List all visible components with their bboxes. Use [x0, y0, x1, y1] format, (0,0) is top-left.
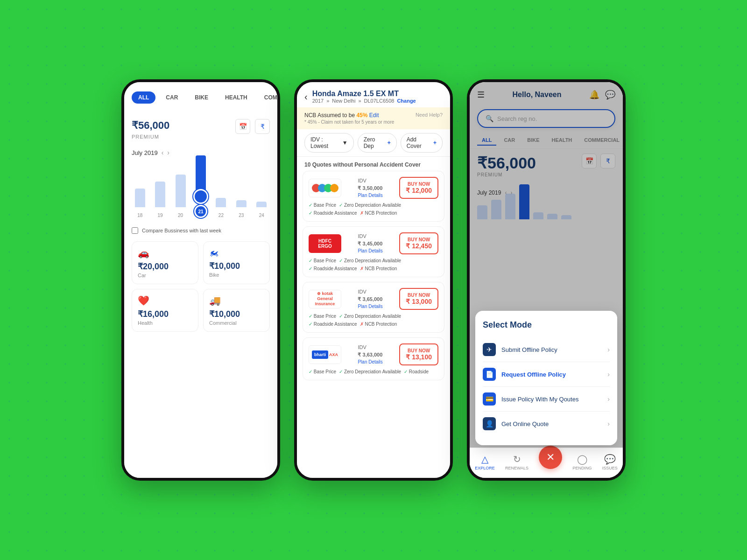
tab-bike[interactable]: BIKE	[188, 91, 215, 104]
stat-health[interactable]: ❤️ ₹16,000 Health	[132, 289, 198, 332]
phone-2: ‹ Honda Amaze 1.5 EX MT 2017 » New Delhi…	[294, 79, 453, 481]
issue-policy-left: 💳 Issue Policy With My Qoutes	[483, 392, 578, 406]
chart-section: July 2019 ‹ › 18 19 20	[124, 144, 277, 224]
bottom-nav: △ EXPLORE ↻ RENEWALS ✕ ◯ PENDING 💬 ISSUE…	[470, 448, 623, 478]
compare-label: Compare Bussiness with last week	[142, 228, 221, 233]
car-name: Honda Amaze 1.5 EX MT	[312, 90, 416, 98]
coco-logo	[309, 179, 341, 197]
close-fab-button[interactable]: ✕	[539, 446, 562, 469]
commercial-label: Commercial	[209, 320, 264, 326]
coco-idv-label: IDV	[358, 178, 382, 183]
nav-renewals[interactable]: ↻ RENEWALS	[505, 454, 529, 470]
bar-19-fill	[155, 182, 165, 207]
get-online-quote-item[interactable]: 👤 Get Online Quote ›	[483, 412, 610, 436]
bar-24-label: 24	[259, 213, 264, 218]
premium-icons: 📅 ₹	[235, 119, 270, 134]
bar-22-label: 22	[218, 213, 224, 218]
nav-explore[interactable]: △ EXPLORE	[475, 454, 495, 470]
tab-health[interactable]: HEALTH	[218, 91, 254, 104]
tab-commercial[interactable]: COMMERCIAL	[258, 91, 277, 104]
bar-24-fill	[256, 202, 267, 207]
stat-car[interactable]: 🚗 ₹20,000 Car	[132, 241, 198, 284]
idv-filter[interactable]: IDV : Lowest ▼	[304, 133, 354, 153]
quote-kotak: ⊕ kotakGeneral Insurance IDV ₹ 3,65,000 …	[303, 282, 444, 333]
tab-car[interactable]: CAR	[159, 91, 184, 104]
stat-bike[interactable]: 🏍 ₹10,000 Bike	[203, 241, 270, 284]
hdfc-plan-details[interactable]: Plan Details	[358, 248, 382, 253]
card-icon: 💳	[483, 392, 496, 406]
bharti-plan-details[interactable]: Plan Details	[358, 359, 382, 364]
tab-all[interactable]: ALL	[132, 91, 155, 104]
request-offline-left: 📄 Request Offline Policy	[483, 368, 566, 381]
hdfc-buy-button[interactable]: BUY NOW ₹ 12,450	[399, 232, 438, 254]
submit-offline-item[interactable]: ✈ Submit Offline Policy ›	[483, 337, 610, 362]
calendar-icon[interactable]: 📅	[235, 119, 250, 134]
select-mode-title: Select Mode	[483, 320, 610, 330]
need-help[interactable]: Need Help?	[416, 112, 443, 118]
kotak-logo: ⊕ kotakGeneral Insurance	[309, 290, 341, 308]
ncb-text: NCB Assumed to be	[304, 112, 355, 119]
quote-bharti: bharti AXA IDV ₹ 3,63,000 Plan Details B…	[303, 337, 444, 380]
premium-label: PREMIUM	[132, 134, 270, 140]
bar-19: 19	[152, 182, 168, 218]
stat-commercial[interactable]: 🚚 ₹10,000 Commercial	[203, 289, 270, 332]
bar-24: 24	[254, 202, 270, 218]
coco-idv: ₹ 3,50,000	[358, 185, 382, 191]
compare-checkbox[interactable]	[132, 227, 138, 234]
issue-policy-item[interactable]: 💳 Issue Policy With My Qoutes ›	[483, 387, 610, 412]
phone2-topbar: ‹ Honda Amaze 1.5 EX MT 2017 » New Delhi…	[297, 82, 450, 107]
select-mode-card: Select Mode ✈ Submit Offline Policy › 📄 …	[475, 311, 617, 445]
car-icon: 🚗	[138, 247, 192, 259]
ncb-edit[interactable]: Edit	[369, 112, 379, 119]
person-icon: 👤	[483, 417, 496, 430]
kotak-features: ✓ Base Price ✓ Zero Depreciation Availab…	[309, 314, 438, 327]
add-cover-filter[interactable]: Add Cover +	[401, 133, 443, 153]
quote-coco: IDV ₹ 3,50,000 Plan Details BUY NOW ₹ 12…	[303, 171, 444, 222]
hdfc-logo: HDFCERGO	[309, 234, 341, 253]
chart-next[interactable]: ›	[167, 149, 169, 156]
chevron-icon-3: ›	[607, 395, 610, 403]
filter-row: IDV : Lowest ▼ Zero Dep + Add Cover +	[297, 129, 450, 157]
issue-policy-label: Issue Policy With My Qoutes	[501, 396, 578, 403]
phone-3: ☰ Hello, Naveen 🔔 💬 🔍 Search reg no. ALL…	[467, 79, 626, 481]
hdfc-idv: ₹ 3,45,000	[358, 241, 382, 246]
request-offline-item[interactable]: 📄 Request Offline Policy ›	[483, 362, 610, 387]
bharti-idv-label: IDV	[358, 344, 382, 350]
chevron-icon-2: ›	[607, 371, 610, 378]
coco-plan-details[interactable]: Plan Details	[358, 193, 382, 198]
chart-prev[interactable]: ‹	[162, 149, 164, 156]
nav-pending[interactable]: ◯ PENDING	[573, 454, 592, 470]
bar-21-circle: 21	[194, 205, 207, 218]
renewals-label: RENEWALS	[505, 466, 529, 470]
issues-icon: 💬	[604, 454, 616, 465]
submit-offline-label: Submit Offline Policy	[501, 346, 557, 353]
get-online-quote-label: Get Online Quote	[501, 420, 549, 427]
car-label: Car	[138, 273, 192, 278]
bar-20: 20	[172, 175, 189, 218]
ncb-sub: * 45% - Claim not taken for 5 years or m…	[304, 119, 394, 125]
pending-icon: ◯	[577, 454, 587, 465]
bar-18: 18	[132, 189, 148, 218]
back-button[interactable]: ‹	[304, 91, 308, 102]
phone1-tabs: ALL CAR BIKE HEALTH COMMERCIAL	[124, 82, 277, 108]
bharti-logo: bharti AXA	[309, 345, 341, 364]
bharti-buy-button[interactable]: BUY NOW ₹ 13,100	[399, 343, 438, 365]
zero-dep-filter[interactable]: Zero Dep +	[358, 133, 397, 153]
bar-20-label: 20	[178, 213, 183, 218]
coco-buy-button[interactable]: BUY NOW ₹ 12,000	[399, 177, 438, 199]
get-online-quote-left: 👤 Get Online Quote	[483, 417, 549, 430]
bar-22: 22	[213, 198, 229, 218]
chevron-icon-1: ›	[607, 346, 610, 353]
kotak-idv: ₹ 3,65,000	[358, 296, 382, 302]
bharti-idv: ₹ 3,63,000	[358, 352, 382, 357]
nav-issues[interactable]: 💬 ISSUES	[602, 454, 618, 470]
send-icon: ✈	[483, 343, 496, 356]
kotak-buy-button[interactable]: BUY NOW ₹ 13,000	[399, 288, 438, 310]
explore-label: EXPLORE	[475, 466, 495, 470]
bar-18-fill	[135, 189, 145, 207]
change-link[interactable]: Change	[397, 98, 416, 104]
rupee-icon[interactable]: ₹	[255, 119, 270, 134]
pending-label: PENDING	[573, 466, 592, 470]
kotak-plan-details[interactable]: Plan Details	[358, 304, 382, 309]
request-offline-label: Request Offline Policy	[501, 371, 566, 378]
